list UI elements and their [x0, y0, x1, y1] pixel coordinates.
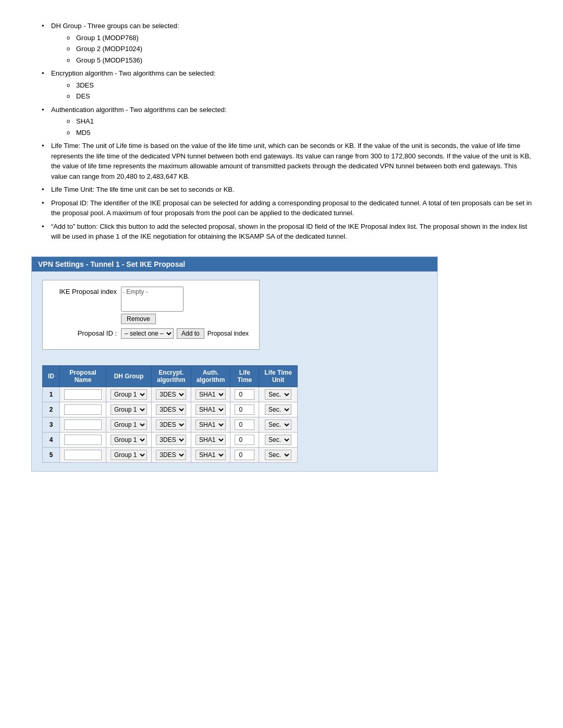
bullet-proposal-id-text: Proposal ID: The identifier of the IKE p… — [51, 199, 532, 217]
vpn-box-title: VPN Settings - Tunnel 1 - Set IKE Propos… — [32, 257, 437, 272]
lifetime-input-5[interactable] — [235, 450, 254, 460]
th-proposal-name: ProposalName — [60, 365, 106, 387]
unit-select-1[interactable]: Sec.KB — [265, 389, 291, 400]
sub-list-encrypt: 3DES DES — [67, 80, 532, 102]
ike-listbox-empty-option[interactable]: - Empty - — [123, 288, 182, 295]
bullet-encrypt: Encryption algorithm - Two algorithms ca… — [42, 68, 532, 102]
row-name-1 — [60, 387, 106, 402]
sub-dh-1: Group 1 (MODP768) — [67, 33, 532, 43]
unit-select-4[interactable]: Sec.KB — [265, 435, 291, 445]
row-unit-5: Sec.KB — [259, 447, 297, 462]
ike-proposal-form: IKE Proposal index - Empty - Remove Prop… — [42, 280, 260, 350]
th-auth: Auth.algorithm — [191, 365, 230, 387]
auth-select-2[interactable]: SHA1MD5 — [195, 404, 226, 415]
row-unit-1: Sec.KB — [259, 387, 297, 402]
dh-select-5[interactable]: Group 1Group 2Group 5 — [111, 450, 147, 460]
bullet-auth: Authentication algorithm - Two algorithm… — [42, 105, 532, 138]
row-name-5 — [60, 447, 106, 462]
ike-index-listbox[interactable]: - Empty - — [121, 287, 183, 312]
encrypt-select-1[interactable]: 3DESDES — [156, 389, 186, 400]
unit-select-3[interactable]: Sec.KB — [265, 419, 291, 430]
unit-select-2[interactable]: Sec.KB — [265, 404, 291, 415]
bullet-lifetime: Life Time: The unit of Life time is base… — [42, 141, 532, 181]
th-id: ID — [43, 365, 60, 387]
bullet-add-to: “Add to” button: Click this button to ad… — [42, 221, 532, 242]
main-bullet-list: DH Group - Three groups can be selected:… — [42, 21, 532, 242]
sub-auth-1: SHA1 — [67, 116, 532, 127]
row-auth-4: SHA1MD5 — [191, 432, 230, 447]
encrypt-select-5[interactable]: 3DESDES — [156, 450, 186, 460]
dh-select-3[interactable]: Group 1Group 2Group 5 — [111, 419, 147, 430]
row-lifetime-3 — [230, 417, 259, 432]
row-encrypt-3: 3DESDES — [152, 417, 191, 432]
sub-enc-2: DES — [67, 91, 532, 102]
vpn-settings-box: VPN Settings - Tunnel 1 - Set IKE Propos… — [31, 256, 438, 472]
row-unit-4: Sec.KB — [259, 432, 297, 447]
ike-index-control: - Empty - Remove — [121, 287, 183, 324]
row-unit-3: Sec.KB — [259, 417, 297, 432]
auth-select-5[interactable]: SHA1MD5 — [195, 450, 226, 460]
proposals-table: ID ProposalName DH Group Encrypt.algorit… — [42, 365, 298, 463]
proposal-id-control: – select one – Add to Proposal index — [121, 328, 249, 339]
table-row: 4Group 1Group 2Group 53DESDESSHA1MD5Sec.… — [43, 432, 298, 447]
proposal-name-input-5[interactable] — [64, 450, 102, 460]
bullet-dh-group-text: DH Group - Three groups can be selected: — [51, 22, 179, 30]
proposal-id-row: Proposal ID : – select one – Add to Prop… — [53, 328, 249, 339]
th-life-time: LifeTime — [230, 365, 259, 387]
row-lifetime-2 — [230, 402, 259, 417]
lifetime-input-3[interactable] — [235, 419, 254, 430]
proposal-index-label: Proposal index — [207, 330, 249, 337]
unit-select-5[interactable]: Sec.KB — [265, 450, 291, 460]
add-to-button[interactable]: Add to — [177, 328, 204, 339]
bullet-encrypt-text: Encryption algorithm - Two algorithms ca… — [51, 69, 216, 77]
bullet-lifetime-text: Life Time: The unit of Life time is base… — [51, 142, 531, 180]
sub-dh-2: Group 2 (MODP1024) — [67, 44, 532, 54]
dh-select-2[interactable]: Group 1Group 2Group 5 — [111, 404, 147, 415]
row-encrypt-5: 3DESDES — [152, 447, 191, 462]
row-id-2: 2 — [43, 402, 60, 417]
row-dh-5: Group 1Group 2Group 5 — [106, 447, 152, 462]
ike-index-label: IKE Proposal index — [53, 287, 121, 295]
encrypt-select-4[interactable]: 3DESDES — [156, 435, 186, 445]
lifetime-input-4[interactable] — [235, 435, 254, 445]
row-id-3: 3 — [43, 417, 60, 432]
row-dh-4: Group 1Group 2Group 5 — [106, 432, 152, 447]
proposal-name-input-2[interactable] — [64, 404, 102, 415]
proposal-name-input-4[interactable] — [64, 435, 102, 445]
encrypt-select-2[interactable]: 3DESDES — [156, 404, 186, 415]
table-header-row: ID ProposalName DH Group Encrypt.algorit… — [43, 365, 298, 387]
sub-list-dh-group: Group 1 (MODP768) Group 2 (MODP1024) Gro… — [67, 33, 532, 66]
lifetime-input-1[interactable] — [235, 389, 254, 400]
bullet-lifetime-unit: Life Time Unit: The life time unit can b… — [42, 184, 532, 195]
vpn-box-content: IKE Proposal index - Empty - Remove Prop… — [32, 272, 437, 471]
sub-auth-2: MD5 — [67, 128, 532, 138]
proposal-name-input-1[interactable] — [64, 389, 102, 400]
row-name-2 — [60, 402, 106, 417]
row-auth-3: SHA1MD5 — [191, 417, 230, 432]
auth-select-3[interactable]: SHA1MD5 — [195, 419, 226, 430]
sub-dh-3: Group 5 (MODP1536) — [67, 55, 532, 66]
table-row: 1Group 1Group 2Group 53DESDESSHA1MD5Sec.… — [43, 387, 298, 402]
bullet-add-to-text: “Add to” button: Click this button to ad… — [51, 223, 527, 241]
row-id-5: 5 — [43, 447, 60, 462]
bullet-proposal-id: Proposal ID: The identifier of the IKE p… — [42, 198, 532, 218]
remove-button[interactable]: Remove — [121, 314, 156, 324]
table-row: 3Group 1Group 2Group 53DESDESSHA1MD5Sec.… — [43, 417, 298, 432]
row-lifetime-1 — [230, 387, 259, 402]
row-name-4 — [60, 432, 106, 447]
dh-select-1[interactable]: Group 1Group 2Group 5 — [111, 389, 147, 400]
row-dh-2: Group 1Group 2Group 5 — [106, 402, 152, 417]
table-body: 1Group 1Group 2Group 53DESDESSHA1MD5Sec.… — [43, 387, 298, 462]
row-lifetime-4 — [230, 432, 259, 447]
proposal-name-input-3[interactable] — [64, 419, 102, 430]
dh-select-4[interactable]: Group 1Group 2Group 5 — [111, 435, 147, 445]
lifetime-input-2[interactable] — [235, 404, 254, 415]
table-row: 2Group 1Group 2Group 53DESDESSHA1MD5Sec.… — [43, 402, 298, 417]
table-header: ID ProposalName DH Group Encrypt.algorit… — [43, 365, 298, 387]
auth-select-4[interactable]: SHA1MD5 — [195, 435, 226, 445]
auth-select-1[interactable]: SHA1MD5 — [195, 389, 226, 400]
row-dh-1: Group 1Group 2Group 5 — [106, 387, 152, 402]
proposal-id-select[interactable]: – select one – — [121, 328, 174, 339]
encrypt-select-3[interactable]: 3DESDES — [156, 419, 186, 430]
row-name-3 — [60, 417, 106, 432]
